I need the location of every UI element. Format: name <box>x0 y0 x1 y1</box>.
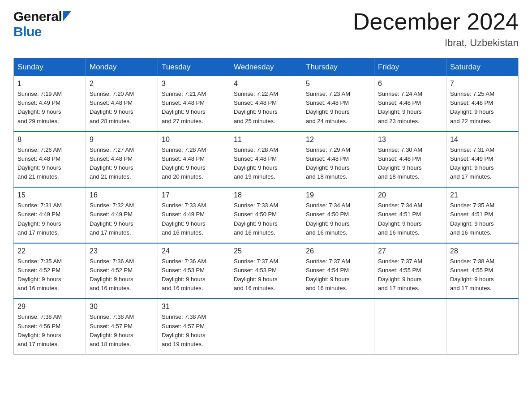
day-number: 7 <box>450 80 515 88</box>
calendar-cell: 23Sunrise: 7:36 AMSunset: 4:52 PMDayligh… <box>86 243 158 299</box>
calendar-cell: 5Sunrise: 7:23 AMSunset: 4:48 PMDaylight… <box>302 76 374 132</box>
day-number: 20 <box>378 191 442 199</box>
day-number: 2 <box>90 80 154 88</box>
calendar-body: 1Sunrise: 7:19 AMSunset: 4:49 PMDaylight… <box>14 76 519 354</box>
calendar-cell: 10Sunrise: 7:28 AMSunset: 4:48 PMDayligh… <box>158 132 230 188</box>
day-info: Sunrise: 7:37 AMSunset: 4:55 PMDaylight:… <box>378 257 442 293</box>
day-info: Sunrise: 7:19 AMSunset: 4:49 PMDaylight:… <box>17 90 82 126</box>
day-info: Sunrise: 7:38 AMSunset: 4:56 PMDaylight:… <box>17 313 82 349</box>
day-info: Sunrise: 7:34 AMSunset: 4:50 PMDaylight:… <box>306 201 370 237</box>
day-number: 19 <box>306 191 370 199</box>
calendar-cell: 24Sunrise: 7:36 AMSunset: 4:53 PMDayligh… <box>158 243 230 299</box>
day-number: 6 <box>378 80 442 88</box>
day-of-week-monday: Monday <box>86 58 158 77</box>
day-info: Sunrise: 7:36 AMSunset: 4:53 PMDaylight:… <box>162 257 226 293</box>
day-number: 9 <box>90 136 154 144</box>
calendar-cell: 19Sunrise: 7:34 AMSunset: 4:50 PMDayligh… <box>302 187 374 243</box>
day-number: 26 <box>306 247 370 255</box>
calendar-cell: 15Sunrise: 7:31 AMSunset: 4:49 PMDayligh… <box>14 187 86 243</box>
calendar-week-5: 29Sunrise: 7:38 AMSunset: 4:56 PMDayligh… <box>14 299 519 354</box>
calendar-cell: 4Sunrise: 7:22 AMSunset: 4:48 PMDaylight… <box>230 76 302 132</box>
day-number: 24 <box>162 247 226 255</box>
calendar-cell: 31Sunrise: 7:38 AMSunset: 4:57 PMDayligh… <box>158 299 230 354</box>
day-number: 14 <box>450 136 515 144</box>
day-of-week-saturday: Saturday <box>446 58 519 77</box>
day-info: Sunrise: 7:26 AMSunset: 4:48 PMDaylight:… <box>17 146 82 182</box>
day-info: Sunrise: 7:28 AMSunset: 4:48 PMDaylight:… <box>162 146 226 182</box>
day-number: 15 <box>17 191 82 199</box>
day-number: 1 <box>17 80 82 88</box>
day-number: 13 <box>378 136 442 144</box>
day-number: 21 <box>450 191 515 199</box>
calendar-header: SundayMondayTuesdayWednesdayThursdayFrid… <box>14 58 519 77</box>
day-info: Sunrise: 7:28 AMSunset: 4:48 PMDaylight:… <box>234 146 298 182</box>
day-number: 16 <box>90 191 154 199</box>
calendar-cell: 22Sunrise: 7:35 AMSunset: 4:52 PMDayligh… <box>14 243 86 299</box>
day-of-week-sunday: Sunday <box>14 58 86 77</box>
day-info: Sunrise: 7:31 AMSunset: 4:49 PMDaylight:… <box>17 201 82 237</box>
svg-marker-0 <box>63 11 71 21</box>
day-number: 4 <box>234 80 298 88</box>
calendar-cell: 7Sunrise: 7:25 AMSunset: 4:48 PMDaylight… <box>446 76 519 132</box>
day-of-week-tuesday: Tuesday <box>158 58 230 77</box>
calendar-cell <box>302 299 374 354</box>
calendar-cell: 25Sunrise: 7:37 AMSunset: 4:53 PMDayligh… <box>230 243 302 299</box>
day-info: Sunrise: 7:21 AMSunset: 4:48 PMDaylight:… <box>162 90 226 126</box>
calendar-cell: 9Sunrise: 7:27 AMSunset: 4:48 PMDaylight… <box>86 132 158 188</box>
day-info: Sunrise: 7:37 AMSunset: 4:54 PMDaylight:… <box>306 257 370 293</box>
calendar-cell: 6Sunrise: 7:24 AMSunset: 4:48 PMDaylight… <box>374 76 446 132</box>
day-number: 29 <box>17 303 82 311</box>
calendar-cell: 20Sunrise: 7:34 AMSunset: 4:51 PMDayligh… <box>374 187 446 243</box>
day-number: 25 <box>234 247 298 255</box>
calendar-cell <box>230 299 302 354</box>
day-info: Sunrise: 7:20 AMSunset: 4:48 PMDaylight:… <box>90 90 154 126</box>
day-of-week-thursday: Thursday <box>302 58 374 77</box>
calendar-cell: 18Sunrise: 7:33 AMSunset: 4:50 PMDayligh… <box>230 187 302 243</box>
calendar-cell: 16Sunrise: 7:32 AMSunset: 4:49 PMDayligh… <box>86 187 158 243</box>
day-number: 18 <box>234 191 298 199</box>
day-number: 23 <box>90 247 154 255</box>
day-number: 12 <box>306 136 370 144</box>
calendar-cell: 8Sunrise: 7:26 AMSunset: 4:48 PMDaylight… <box>14 132 86 188</box>
calendar-week-1: 1Sunrise: 7:19 AMSunset: 4:49 PMDaylight… <box>14 76 519 132</box>
day-info: Sunrise: 7:35 AMSunset: 4:51 PMDaylight:… <box>450 201 515 237</box>
calendar-cell: 17Sunrise: 7:33 AMSunset: 4:49 PMDayligh… <box>158 187 230 243</box>
calendar-cell: 27Sunrise: 7:37 AMSunset: 4:55 PMDayligh… <box>374 243 446 299</box>
day-info: Sunrise: 7:38 AMSunset: 4:55 PMDaylight:… <box>450 257 515 293</box>
logo-blue-text: Blue <box>13 24 42 39</box>
calendar-cell: 11Sunrise: 7:28 AMSunset: 4:48 PMDayligh… <box>230 132 302 188</box>
day-of-week-friday: Friday <box>374 58 446 77</box>
day-info: Sunrise: 7:38 AMSunset: 4:57 PMDaylight:… <box>162 313 226 349</box>
day-number: 30 <box>90 303 154 311</box>
calendar-cell: 13Sunrise: 7:30 AMSunset: 4:48 PMDayligh… <box>374 132 446 188</box>
calendar-cell: 14Sunrise: 7:31 AMSunset: 4:49 PMDayligh… <box>446 132 519 188</box>
day-number: 11 <box>234 136 298 144</box>
calendar-cell: 30Sunrise: 7:38 AMSunset: 4:57 PMDayligh… <box>86 299 158 354</box>
day-info: Sunrise: 7:38 AMSunset: 4:57 PMDaylight:… <box>90 313 154 349</box>
day-info: Sunrise: 7:34 AMSunset: 4:51 PMDaylight:… <box>378 201 442 237</box>
day-info: Sunrise: 7:23 AMSunset: 4:48 PMDaylight:… <box>306 90 370 126</box>
day-info: Sunrise: 7:24 AMSunset: 4:48 PMDaylight:… <box>378 90 442 126</box>
calendar-week-2: 8Sunrise: 7:26 AMSunset: 4:48 PMDaylight… <box>14 132 519 188</box>
day-number: 3 <box>162 80 226 88</box>
logo: General Blue <box>13 9 71 39</box>
day-info: Sunrise: 7:27 AMSunset: 4:48 PMDaylight:… <box>90 146 154 182</box>
logo-arrow-icon <box>63 11 71 21</box>
day-info: Sunrise: 7:22 AMSunset: 4:48 PMDaylight:… <box>234 90 298 126</box>
calendar-week-3: 15Sunrise: 7:31 AMSunset: 4:49 PMDayligh… <box>14 187 519 243</box>
calendar-cell <box>374 299 446 354</box>
days-of-week-row: SundayMondayTuesdayWednesdayThursdayFrid… <box>14 58 519 77</box>
calendar-week-4: 22Sunrise: 7:35 AMSunset: 4:52 PMDayligh… <box>14 243 519 299</box>
day-number: 8 <box>17 136 82 144</box>
calendar-cell: 12Sunrise: 7:29 AMSunset: 4:48 PMDayligh… <box>302 132 374 188</box>
day-info: Sunrise: 7:29 AMSunset: 4:48 PMDaylight:… <box>306 146 370 182</box>
calendar-cell: 1Sunrise: 7:19 AMSunset: 4:49 PMDaylight… <box>14 76 86 132</box>
day-number: 31 <box>162 303 226 311</box>
day-number: 10 <box>162 136 226 144</box>
day-info: Sunrise: 7:36 AMSunset: 4:52 PMDaylight:… <box>90 257 154 293</box>
month-title: December 2024 <box>353 9 519 34</box>
calendar-cell <box>446 299 519 354</box>
day-info: Sunrise: 7:37 AMSunset: 4:53 PMDaylight:… <box>234 257 298 293</box>
calendar-cell: 3Sunrise: 7:21 AMSunset: 4:48 PMDaylight… <box>158 76 230 132</box>
day-info: Sunrise: 7:30 AMSunset: 4:48 PMDaylight:… <box>378 146 442 182</box>
